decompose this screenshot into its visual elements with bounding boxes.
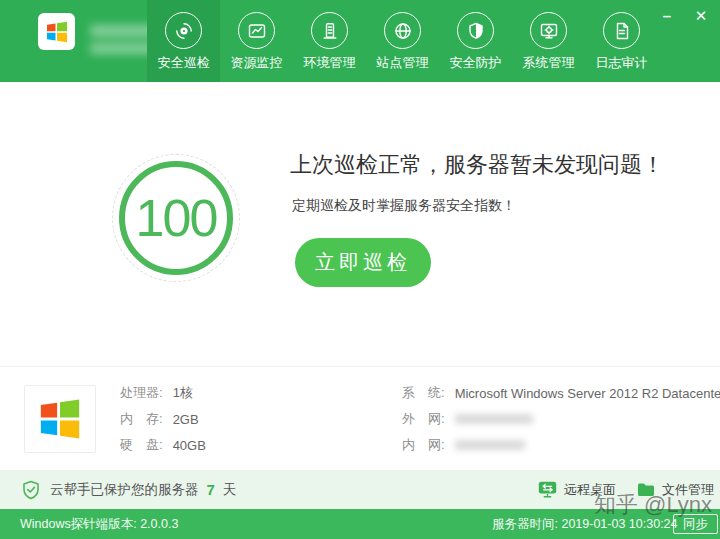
lan-label: 内 网: <box>402 436 445 454</box>
tab-label: 安全巡检 <box>158 54 210 72</box>
tab-label: 日志审计 <box>596 54 648 72</box>
monitor-chart-icon <box>238 12 275 49</box>
inspect-now-button[interactable]: 立即巡检 <box>295 238 431 287</box>
memory-value: 2GB <box>173 412 199 427</box>
cpu-label: 处理器: <box>120 384 163 402</box>
wan-label: 外 网: <box>402 410 445 428</box>
tab-label: 安全防护 <box>450 54 502 72</box>
protection-status: 云帮手已保护您的服务器 7 天 <box>22 470 236 509</box>
tab-label: 站点管理 <box>377 54 429 72</box>
file-manager-label: 文件管理 <box>662 481 714 499</box>
server-building-icon <box>311 12 348 49</box>
remote-desktop-button[interactable]: 远程桌面 <box>538 470 616 509</box>
shield-half-icon <box>457 12 494 49</box>
wan-ip-blurred <box>455 414 533 424</box>
cpu-value: 1核 <box>173 384 193 402</box>
server-info-left-column: 处理器: 1核 内 存: 2GB 硬 盘: 40GB <box>120 380 206 458</box>
windows-logo-icon <box>37 396 83 442</box>
protection-bar: 云帮手已保护您的服务器 7 天 远程桌面 文件管理 <box>0 470 720 509</box>
protected-days-count: 7 <box>207 481 215 498</box>
memory-label: 内 存: <box>120 410 163 428</box>
cpu-row: 处理器: 1核 <box>120 380 206 406</box>
memory-row: 内 存: 2GB <box>120 406 206 432</box>
app-logo-box <box>38 13 75 50</box>
tab-environment-management[interactable]: 环境管理 <box>293 0 366 82</box>
agent-version-text: Windows探针端版本: 2.0.0.3 <box>20 509 178 539</box>
window-controls: – ✕ <box>656 6 712 26</box>
os-logo-box <box>24 385 96 453</box>
tab-label: 资源监控 <box>231 54 283 72</box>
app-header: 安全巡检 资源监控 <box>0 0 720 82</box>
tab-site-management[interactable]: 站点管理 <box>366 0 439 82</box>
main-nav: 安全巡检 资源监控 <box>147 0 658 82</box>
os-value: Microsoft Windows Server 2012 R2 Datacen… <box>455 386 720 401</box>
wan-row: 外 网: <box>402 406 720 432</box>
tab-security-protection[interactable]: 安全防护 <box>439 0 512 82</box>
tab-label: 系统管理 <box>523 54 575 72</box>
minimize-button[interactable]: – <box>656 6 678 26</box>
section-divider <box>0 366 720 367</box>
protection-text-after: 天 <box>223 481 237 499</box>
os-label: 系 统: <box>402 384 445 402</box>
lan-row: 内 网: <box>402 432 720 458</box>
remote-desktop-icon <box>538 481 557 498</box>
log-document-icon <box>603 12 640 49</box>
close-button[interactable]: ✕ <box>690 6 712 26</box>
sync-button[interactable]: 同步 <box>673 514 718 534</box>
server-info-right-column: 系 统: Microsoft Windows Server 2012 R2 Da… <box>402 380 720 458</box>
tab-system-management[interactable]: 系统管理 <box>512 0 585 82</box>
tab-resource-monitor[interactable]: 资源监控 <box>220 0 293 82</box>
tab-security-inspection[interactable]: 安全巡检 <box>147 0 220 82</box>
security-score-circle: 100 <box>119 161 233 275</box>
protection-text: 云帮手已保护您的服务器 7 天 <box>50 481 236 499</box>
inspection-result-subtitle: 定期巡检及时掌握服务器安全指数！ <box>292 197 516 215</box>
globe-icon <box>384 12 421 49</box>
disk-label: 硬 盘: <box>120 436 163 454</box>
security-score-value: 100 <box>136 188 217 248</box>
windows-logo-icon <box>45 20 69 44</box>
shield-check-icon <box>22 480 40 500</box>
server-time-text: 服务器时间: 2019-01-03 10:30:24 <box>492 509 678 539</box>
file-manager-button[interactable]: 文件管理 <box>637 470 714 509</box>
disk-value: 40GB <box>173 438 206 453</box>
remote-desktop-label: 远程桌面 <box>564 481 616 499</box>
scan-icon <box>165 12 202 49</box>
os-row: 系 统: Microsoft Windows Server 2012 R2 Da… <box>402 380 720 406</box>
tab-label: 环境管理 <box>304 54 356 72</box>
status-bar: Windows探针端版本: 2.0.0.3 服务器时间: 2019-01-03 … <box>0 509 720 539</box>
system-gear-icon <box>530 12 567 49</box>
folder-icon <box>637 482 655 497</box>
disk-row: 硬 盘: 40GB <box>120 432 206 458</box>
protection-text-before: 云帮手已保护您的服务器 <box>50 481 199 499</box>
tab-log-audit[interactable]: 日志审计 <box>585 0 658 82</box>
app-window: 安全巡检 资源监控 <box>0 0 720 539</box>
inspection-result-title: 上次巡检正常，服务器暂未发现问题！ <box>290 150 664 180</box>
lan-ip-blurred <box>455 440 525 450</box>
